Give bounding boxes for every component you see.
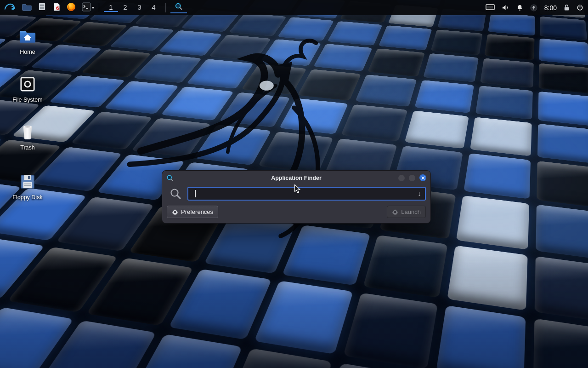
terminal-icon (82, 2, 91, 13)
wallpaper-cube (277, 17, 334, 40)
search-input[interactable] (188, 188, 414, 200)
launch-button[interactable]: Launch (387, 206, 426, 218)
combo-dropdown-arrow-icon[interactable]: ↓ (414, 190, 425, 197)
workspace-label: 3 (137, 3, 141, 11)
panel-separator (99, 3, 99, 12)
quick-launchers: ▾ (22, 0, 94, 15)
desktop-icon-home[interactable]: Home (6, 26, 49, 55)
display-icon[interactable] (486, 4, 495, 11)
power-icon[interactable] (577, 4, 583, 11)
top-panel: ▾ 1 2 3 4 (0, 0, 588, 15)
workspace-4-button[interactable]: 4 (147, 3, 161, 12)
close-icon (421, 176, 425, 180)
text-editor-icon (52, 3, 61, 13)
file-manager-icon (22, 3, 32, 13)
desktop-icon-label: Floppy Disk (6, 194, 49, 201)
workspace-label: 1 (109, 3, 113, 11)
file-cabinet-icon (38, 2, 46, 13)
close-button[interactable] (419, 174, 426, 181)
preferences-button[interactable]: Preferences (167, 206, 218, 218)
lock-icon[interactable] (564, 4, 570, 11)
file-system-drive-icon (6, 74, 49, 95)
launch-icon (392, 209, 398, 215)
volume-icon[interactable] (502, 4, 509, 11)
minimize-button[interactable] (398, 175, 405, 181)
search-icon (170, 188, 181, 200)
panel-clock[interactable]: 8:00 (544, 4, 557, 12)
floppy-disk-icon (6, 171, 49, 192)
update-status-icon[interactable] (530, 4, 537, 12)
text-editor-launcher[interactable] (52, 0, 61, 15)
kali-menu-button[interactable] (2, 0, 17, 15)
desktop-icon-label: Trash (6, 144, 49, 151)
search-entry[interactable]: ↓ (187, 187, 426, 201)
wallpaper-cube (405, 110, 469, 148)
maximize-button[interactable] (409, 175, 415, 181)
desktop-icon-trash[interactable]: Trash (6, 121, 49, 151)
file-manager-launcher[interactable] (22, 0, 32, 15)
desktop-icon-label: Home (6, 49, 49, 55)
notification-bell-icon[interactable] (516, 4, 523, 11)
workspace-label: 4 (152, 3, 155, 11)
workspace-label: 2 (123, 3, 127, 11)
window-title: Application Finder (162, 175, 430, 181)
firefox-launcher[interactable] (67, 0, 76, 15)
workspace-1-button[interactable]: 1 (104, 3, 118, 12)
terminal-launcher[interactable]: ▾ (82, 0, 94, 15)
window-app-icon (166, 174, 174, 182)
desktop-icon-floppy-disk[interactable]: Floppy Disk (6, 171, 49, 201)
trash-bin-icon (6, 121, 49, 143)
gear-icon (172, 209, 178, 215)
desktop-icon-file-system[interactable]: File System (6, 74, 49, 103)
file-cabinet-launcher[interactable] (38, 0, 46, 15)
workspace-switcher: 1 2 3 4 (104, 3, 161, 12)
wallpaper-cube (254, 281, 353, 354)
launch-label: Launch (401, 208, 421, 215)
workspace-3-button[interactable]: 3 (132, 3, 147, 12)
application-finder-icon (175, 2, 183, 12)
firefox-icon (67, 2, 76, 13)
panel-separator (165, 3, 166, 12)
preferences-label: Preferences (181, 208, 213, 215)
home-folder-icon (6, 26, 49, 47)
desktop-icon-label: File System (6, 97, 49, 103)
chevron-down-icon[interactable]: ▾ (92, 5, 94, 10)
workspace-2-button[interactable]: 2 (118, 3, 132, 12)
window-titlebar[interactable]: Application Finder (162, 171, 430, 185)
text-caret (195, 190, 196, 197)
taskbar-application-finder-button[interactable] (170, 2, 187, 13)
application-finder-window: Application Finder (162, 170, 431, 224)
kali-logo-icon (4, 1, 15, 14)
